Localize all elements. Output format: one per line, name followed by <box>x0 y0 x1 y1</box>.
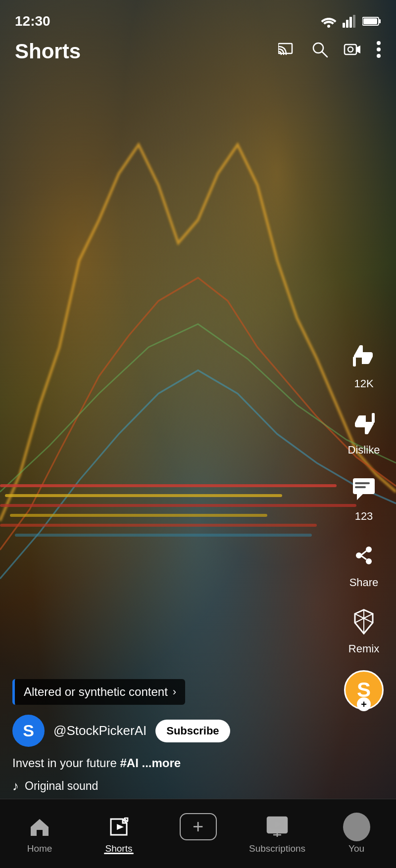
sound-row[interactable]: ♪ Original sound <box>12 778 285 794</box>
remix-button[interactable]: Remix <box>346 604 382 655</box>
nav-active-indicator <box>104 853 134 854</box>
cast-button[interactable] <box>278 41 296 62</box>
svg-rect-1 <box>343 23 345 28</box>
nav-create-label: _ <box>196 843 201 854</box>
thumbs-down-icon <box>346 405 382 441</box>
svg-rect-6 <box>379 19 381 23</box>
synthetic-notice[interactable]: Altered or synthetic content › <box>12 679 185 705</box>
search-button[interactable] <box>311 41 329 62</box>
svg-marker-25 <box>117 824 124 830</box>
comment-icon <box>346 471 382 507</box>
nav-item-you[interactable]: You <box>317 813 396 854</box>
plus-icon: + <box>193 816 203 837</box>
share-button[interactable]: Share <box>346 538 382 589</box>
home-icon <box>26 813 53 840</box>
channel-avatar-small[interactable]: S <box>12 715 45 747</box>
top-actions <box>278 41 381 62</box>
camera-button[interactable] <box>344 41 361 62</box>
nav-item-create[interactable]: + _ <box>158 813 238 854</box>
svg-rect-4 <box>353 15 355 28</box>
status-time: 12:30 <box>15 13 50 29</box>
remix-label: Remix <box>348 642 379 655</box>
create-button[interactable]: + <box>180 813 217 840</box>
share-icon <box>346 538 382 573</box>
svg-rect-18 <box>372 413 375 423</box>
wifi-icon <box>321 15 337 28</box>
svg-point-12 <box>348 47 353 52</box>
channel-row: S @StockPickerAI Subscribe <box>12 715 285 747</box>
like-button[interactable]: 12K <box>346 339 382 390</box>
synthetic-notice-arrow: › <box>173 685 176 698</box>
svg-rect-7 <box>363 18 377 24</box>
music-note-icon: ♪ <box>12 778 19 794</box>
video-description: Invest in your future #AI ...more <box>12 755 285 772</box>
page-title: Shorts <box>15 40 81 63</box>
top-bar: Shorts <box>0 35 396 68</box>
right-actions: 12K Dislike 123 <box>344 339 384 710</box>
status-icons <box>321 15 381 28</box>
nav-item-subscriptions[interactable]: Subscriptions <box>238 813 317 854</box>
subscriptions-icon <box>264 813 291 840</box>
user-avatar <box>343 813 370 841</box>
svg-point-16 <box>377 54 381 58</box>
svg-line-23 <box>361 556 366 559</box>
dislike-label: Dislike <box>348 444 380 457</box>
nav-item-shorts[interactable]: Shorts <box>79 813 158 854</box>
svg-point-0 <box>327 25 330 28</box>
svg-rect-3 <box>349 17 352 28</box>
comments-button[interactable]: 123 <box>346 471 382 523</box>
more-button[interactable]: ...more <box>142 756 181 770</box>
svg-rect-2 <box>346 20 348 28</box>
signal-icon <box>343 15 356 28</box>
comment-count: 123 <box>355 510 373 523</box>
status-bar: 12:30 <box>0 0 396 35</box>
nav-subscriptions-label: Subscriptions <box>249 843 305 854</box>
svg-point-14 <box>377 41 381 45</box>
svg-rect-20 <box>355 482 370 484</box>
dislike-button[interactable]: Dislike <box>346 405 382 457</box>
more-button[interactable] <box>376 41 381 62</box>
shorts-icon <box>105 813 133 840</box>
you-avatar-icon <box>343 813 370 840</box>
svg-rect-17 <box>353 357 356 366</box>
nav-home-label: Home <box>27 843 52 854</box>
description-hashtag[interactable]: #AI <box>120 756 138 770</box>
svg-point-15 <box>377 47 381 51</box>
svg-line-24 <box>361 551 366 555</box>
channel-avatar-right[interactable]: S + <box>344 670 384 710</box>
subscribe-button[interactable]: Subscribe <box>155 720 230 742</box>
subscribe-dot: + <box>357 697 371 711</box>
nav-item-home[interactable]: Home <box>0 813 79 854</box>
svg-line-10 <box>322 51 327 57</box>
battery-icon <box>362 16 381 27</box>
channel-name[interactable]: @StockPickerAI <box>53 723 147 738</box>
synthetic-notice-text: Altered or synthetic content <box>24 685 168 699</box>
svg-marker-22 <box>357 494 363 500</box>
bottom-nav: Home Shorts + _ <box>0 799 396 868</box>
description-text: Invest in your future <box>12 756 120 770</box>
svg-rect-11 <box>345 45 356 54</box>
thumbs-up-icon <box>346 339 382 374</box>
remix-icon <box>346 604 382 640</box>
svg-rect-21 <box>355 486 366 488</box>
sound-name: Original sound <box>25 779 98 793</box>
like-count: 12K <box>354 377 373 390</box>
share-label: Share <box>349 576 379 589</box>
nav-you-label: You <box>348 843 364 854</box>
bottom-content: Altered or synthetic content › S @StockP… <box>0 679 297 794</box>
